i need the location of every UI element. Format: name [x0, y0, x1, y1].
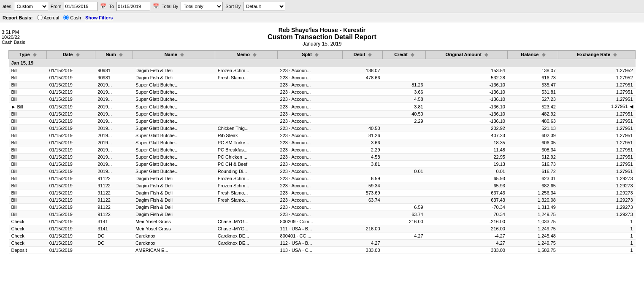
to-calendar-icon[interactable]: 📅: [153, 3, 159, 9]
table-row[interactable]: Bill01/15/201991122Dagim Fish & Deli223 …: [9, 204, 636, 211]
cell-credit: [383, 197, 426, 204]
cell-credit: 40.50: [383, 111, 426, 118]
table-row[interactable]: Bill01/15/20192019...Super Glatt Butche.…: [9, 111, 636, 118]
cell-balance: 521.13: [508, 125, 558, 132]
cell-debit: [343, 81, 383, 89]
table-row[interactable]: Bill01/15/20192019...Super Glatt Butche.…: [9, 81, 636, 89]
cell-split: 223 · Accoun...: [278, 204, 343, 211]
table-row[interactable]: Bill01/15/20192019...Super Glatt Butche.…: [9, 161, 636, 168]
table-row[interactable]: Bill01/15/20192019...Super Glatt Butche.…: [9, 132, 636, 139]
table-row[interactable]: Bill01/15/20192019...Super Glatt Butche.…: [9, 139, 636, 146]
cell-balance: 1,582.75: [508, 247, 558, 254]
cell-name: Meir Yosef Gross: [133, 218, 215, 225]
table-row[interactable]: Bill01/15/20192019...Super Glatt Butche.…: [9, 125, 636, 132]
table-row[interactable]: Bill01/15/201991122Dagim Fish & Deli223 …: [9, 211, 636, 218]
cell-balance: 1,245.48: [508, 232, 558, 240]
cell-num: 2019...: [95, 161, 133, 168]
report-title: Custom Transaction Detail Report: [8, 33, 636, 41]
cell-credit: [383, 240, 426, 247]
accrual-label: Accrual: [44, 15, 60, 20]
cell-name: Cardknox: [133, 240, 215, 247]
col-split: Split ◆: [278, 51, 343, 59]
cell-memo: Cardknox DE...: [215, 240, 278, 247]
table-row[interactable]: Bill01/15/201991122Dagim Fish & DeliFroz…: [9, 182, 636, 189]
cell-split: 223 · Accoun...: [278, 146, 343, 154]
cell-date: 01/15/2019: [47, 103, 95, 111]
cell-balance: 1,256.34: [508, 189, 558, 197]
cell-debit: 3.66: [343, 139, 383, 146]
table-row[interactable]: Bill01/15/20192019...Super Glatt Butche.…: [9, 118, 636, 125]
table-row[interactable]: Bill01/15/201990981Dagim Fish & DeliFroz…: [9, 67, 636, 74]
cell-split: 223 · Accoun...: [278, 139, 343, 146]
table-row[interactable]: Bill01/15/201991122Dagim Fish & DeliFres…: [9, 189, 636, 197]
cell-date: 01/15/2019: [47, 197, 95, 204]
table-row[interactable]: ►Bill01/15/20192019...Super Glatt Butche…: [9, 103, 636, 111]
cell-exchange-rate: 1.27951: [558, 168, 636, 175]
cash-radio[interactable]: [63, 15, 69, 20]
cell-num: 3141: [95, 218, 133, 225]
cell-balance: 1,249.75: [508, 211, 558, 218]
cell-balance: 682.65: [508, 182, 558, 189]
table-row[interactable]: Bill01/15/20192019...Super Glatt Butche.…: [9, 146, 636, 154]
from-calendar-icon[interactable]: 📅: [100, 3, 106, 9]
cell-num: 2019...: [95, 139, 133, 146]
cell-split: 223 · Accoun...: [278, 118, 343, 125]
cell-memo: Fresh Slamo...: [215, 189, 278, 197]
col-date: Date ◆: [47, 51, 95, 59]
cell-original-amount: 333.00: [426, 247, 508, 254]
cell-date: 01/15/2019: [47, 161, 95, 168]
accrual-radio[interactable]: [37, 15, 43, 20]
cell-memo: [215, 81, 278, 89]
cell-date: 01/15/2019: [47, 89, 95, 96]
table-row[interactable]: Bill01/15/20192019...Super Glatt Butche.…: [9, 96, 636, 103]
cell-date: 01/15/2019: [47, 74, 95, 81]
cell-exchange-rate: 1.27951: [558, 111, 636, 118]
cell-balance: 616.72: [508, 168, 558, 175]
table-row[interactable]: Bill01/15/20192019...Super Glatt Butche.…: [9, 89, 636, 96]
cell-num: 90981: [95, 74, 133, 81]
table-row[interactable]: Bill01/15/201991122Dagim Fish & DeliFroz…: [9, 175, 636, 182]
to-date-input[interactable]: [116, 2, 150, 11]
from-date-input[interactable]: [64, 2, 97, 11]
table-row[interactable]: Deposit01/15/2019AMERICAN E...113 · USA …: [9, 247, 636, 254]
cash-label: Cash: [70, 15, 81, 20]
cell-original-amount: 65.93: [426, 182, 508, 189]
cell-credit: [383, 139, 426, 146]
cell-exchange-rate: 1.27951: [558, 146, 636, 154]
section-header-row: Jan 15, 19: [9, 59, 636, 67]
cell-exchange-rate: 1.29273: [558, 204, 636, 211]
table-row[interactable]: Check01/15/2019DCCardknoxCardknox DE...8…: [9, 232, 636, 240]
cell-memo: Chase -MYG...: [215, 225, 278, 232]
table-row[interactable]: Bill01/15/201990981Dagim Fish & DeliFres…: [9, 74, 636, 81]
cell-type: Bill: [9, 189, 47, 197]
cell-split: 223 · Accoun...: [278, 67, 343, 74]
cell-type: Bill: [9, 96, 47, 103]
cell-split: 223 · Accoun...: [278, 111, 343, 118]
cell-memo: Fresh Slamo...: [215, 197, 278, 204]
report-tbody: Jan 15, 19Bill01/15/201990981Dagim Fish …: [9, 59, 636, 254]
cell-num: 2019...: [95, 125, 133, 132]
cell-original-amount: -136.10: [426, 96, 508, 103]
table-row[interactable]: Bill01/15/201991122Dagim Fish & DeliFres…: [9, 197, 636, 204]
cell-date: 01/15/2019: [47, 139, 95, 146]
cell-original-amount: -4.27: [426, 232, 508, 240]
cell-exchange-rate: 1.29273: [558, 197, 636, 204]
cell-debit: 63.74: [343, 197, 383, 204]
table-row[interactable]: Bill01/15/20192019...Super Glatt Butche.…: [9, 154, 636, 161]
table-row[interactable]: Check01/15/20193141Meir Yosef GrossChase…: [9, 225, 636, 232]
cell-credit: [383, 125, 426, 132]
table-row[interactable]: Check01/15/20193141Meir Yosef GrossChase…: [9, 218, 636, 225]
table-row[interactable]: Bill01/15/20192019...Super Glatt Butche.…: [9, 168, 636, 175]
cell-num: 2019...: [95, 89, 133, 96]
cell-debit: 40.50: [343, 125, 383, 132]
cell-credit: 216.00: [383, 218, 426, 225]
dates-select[interactable]: CustomTodayThis WeekThis MonthThis Year: [14, 2, 48, 11]
sort-by-select[interactable]: DefaultTypeDateNumName: [243, 2, 285, 11]
show-filters-button[interactable]: Show Filters: [85, 15, 113, 20]
cash-radio-item[interactable]: Cash: [63, 15, 81, 20]
table-row[interactable]: Check01/15/2019DCCardknoxCardknox DE...1…: [9, 240, 636, 247]
cell-split: 223 · Accoun...: [278, 182, 343, 189]
accrual-radio-item[interactable]: Accrual: [37, 15, 60, 20]
cell-num: 2019...: [95, 96, 133, 103]
total-by-select[interactable]: Total onlyDayWeekMonthYear: [181, 2, 223, 11]
